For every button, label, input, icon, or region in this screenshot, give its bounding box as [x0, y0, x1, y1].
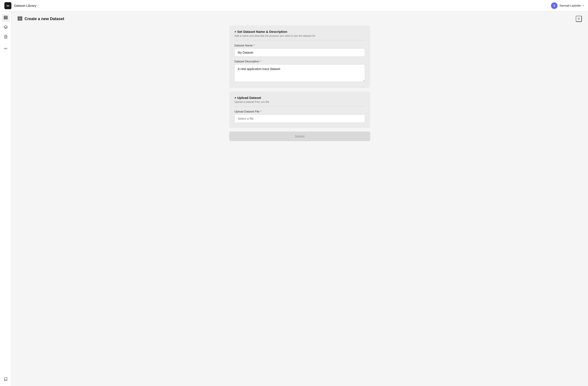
sidebar-item-library[interactable]: [2, 375, 10, 383]
sidebar-item-docs[interactable]: [2, 33, 10, 41]
library-icon: [4, 377, 8, 382]
sidebar-item-datasets[interactable]: [2, 14, 10, 22]
docs-icon: [4, 35, 8, 39]
dataset-description-label: Dataset Description *: [234, 60, 365, 63]
section-upload-dataset: + Upload Dataset Upload a dataset from c…: [229, 92, 370, 128]
section1-title: + Set Dataset Name & Description: [234, 30, 365, 34]
submit-button[interactable]: Submit: [229, 132, 370, 141]
upload-file-input[interactable]: [234, 115, 365, 123]
dataset-description-textarea[interactable]: A new application trace dataset: [234, 64, 365, 82]
sidebar: API: [0, 11, 11, 386]
app-header: lm Dataset Library S Sarmad Lastmile ▾: [0, 0, 588, 11]
header-right: S Sarmad Lastmile ▾: [549, 2, 584, 9]
page-header-left: Create a new Dataset: [18, 16, 64, 22]
page-title: Create a new Dataset: [24, 17, 64, 21]
dataset-name-label: Dataset Name *: [234, 44, 365, 47]
datasets-icon: [4, 16, 8, 20]
sidebar-item-models[interactable]: [2, 24, 10, 32]
name-required-star: *: [253, 44, 254, 47]
dataset-description-field-group: Dataset Description * A new application …: [234, 60, 365, 83]
description-required-star: *: [260, 60, 261, 63]
section1-subtitle: Add a name and describe the purpose you …: [234, 34, 365, 40]
svg-rect-9: [18, 19, 22, 20]
models-icon: [4, 25, 8, 30]
dataset-name-field-group: Dataset Name *: [234, 44, 365, 57]
header-divider: [549, 3, 549, 8]
logo: lm: [4, 2, 11, 9]
svg-rect-0: [4, 16, 7, 17]
dataset-name-input[interactable]: [234, 48, 365, 57]
header-left: lm Dataset Library: [4, 2, 36, 9]
content-area: Create a new Dataset × + Set Dataset Nam…: [11, 11, 588, 386]
user-menu-chevron[interactable]: ▾: [583, 4, 584, 7]
upload-file-label: Upload Dataset File *: [234, 110, 365, 113]
api-label: API: [4, 47, 7, 50]
main-layout: API Create a new: [0, 11, 588, 386]
close-button[interactable]: ×: [576, 16, 582, 22]
section-name-description: + Set Dataset Name & Description Add a n…: [229, 25, 370, 88]
header-title: Dataset Library: [14, 4, 36, 7]
user-name: Sarmad Lastmile: [559, 4, 581, 7]
file-required-star: *: [260, 110, 261, 113]
sidebar-item-api[interactable]: API: [2, 45, 10, 53]
svg-rect-8: [18, 18, 22, 19]
form-wrapper: + Set Dataset Name & Description Add a n…: [223, 25, 376, 147]
page-header-icon: [18, 16, 22, 22]
upload-file-field-group: Upload Dataset File *: [234, 110, 365, 123]
section2-subtitle: Upload a dataset from csv file: [234, 100, 365, 106]
page-header: Create a new Dataset ×: [11, 11, 588, 25]
svg-rect-2: [4, 18, 7, 19]
svg-rect-1: [4, 17, 7, 18]
section2-title: + Upload Dataset: [234, 96, 365, 99]
svg-rect-7: [18, 16, 22, 18]
user-avatar[interactable]: S: [551, 2, 558, 9]
